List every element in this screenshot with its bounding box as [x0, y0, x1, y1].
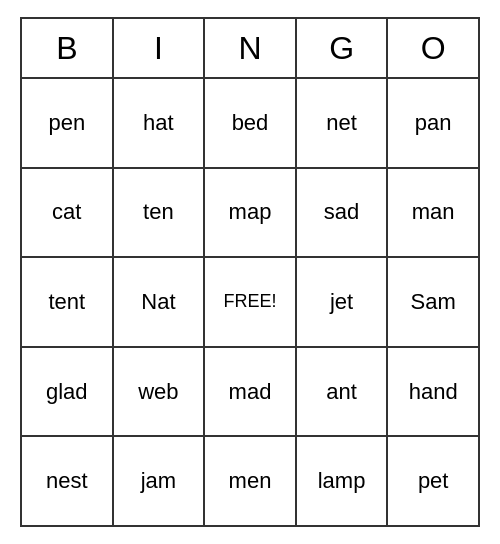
- bingo-header: BINGO: [22, 19, 478, 79]
- bingo-cell-r4-c3: lamp: [297, 437, 389, 525]
- bingo-row-0: penhatbednetpan: [22, 79, 478, 169]
- bingo-card: BINGO penhatbednetpancattenmapsadmantent…: [20, 17, 480, 527]
- bingo-cell-r0-c0: pen: [22, 79, 114, 167]
- bingo-cell-r1-c2: map: [205, 169, 297, 257]
- bingo-cell-r4-c1: jam: [114, 437, 206, 525]
- bingo-cell-r1-c1: ten: [114, 169, 206, 257]
- bingo-cell-r0-c1: hat: [114, 79, 206, 167]
- bingo-row-1: cattenmapsadman: [22, 169, 478, 259]
- bingo-cell-r2-c2: FREE!: [205, 258, 297, 346]
- header-cell-n: N: [205, 19, 297, 77]
- bingo-cell-r1-c3: sad: [297, 169, 389, 257]
- bingo-cell-r2-c4: Sam: [388, 258, 478, 346]
- bingo-cell-r1-c0: cat: [22, 169, 114, 257]
- bingo-cell-r2-c0: tent: [22, 258, 114, 346]
- header-cell-o: O: [388, 19, 478, 77]
- bingo-cell-r0-c4: pan: [388, 79, 478, 167]
- bingo-row-3: gladwebmadanthand: [22, 348, 478, 438]
- header-cell-g: G: [297, 19, 389, 77]
- bingo-row-4: nestjammenlamppet: [22, 437, 478, 525]
- bingo-body: penhatbednetpancattenmapsadmantentNatFRE…: [22, 79, 478, 525]
- bingo-cell-r4-c0: nest: [22, 437, 114, 525]
- bingo-cell-r0-c3: net: [297, 79, 389, 167]
- bingo-row-2: tentNatFREE!jetSam: [22, 258, 478, 348]
- bingo-cell-r2-c1: Nat: [114, 258, 206, 346]
- bingo-cell-r3-c3: ant: [297, 348, 389, 436]
- bingo-cell-r4-c2: men: [205, 437, 297, 525]
- header-cell-b: B: [22, 19, 114, 77]
- header-cell-i: I: [114, 19, 206, 77]
- bingo-cell-r3-c4: hand: [388, 348, 478, 436]
- bingo-cell-r1-c4: man: [388, 169, 478, 257]
- bingo-cell-r2-c3: jet: [297, 258, 389, 346]
- bingo-cell-r4-c4: pet: [388, 437, 478, 525]
- bingo-cell-r0-c2: bed: [205, 79, 297, 167]
- bingo-cell-r3-c1: web: [114, 348, 206, 436]
- bingo-cell-r3-c2: mad: [205, 348, 297, 436]
- bingo-cell-r3-c0: glad: [22, 348, 114, 436]
